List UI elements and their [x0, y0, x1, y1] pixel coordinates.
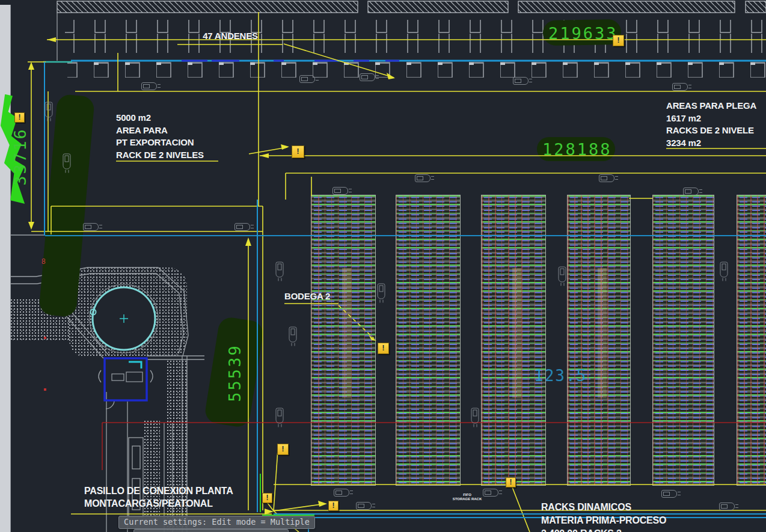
forklift-icon: [276, 408, 284, 424]
dim-text-219633: 219633: [548, 24, 618, 43]
warning-icon[interactable]: !: [14, 112, 25, 123]
forklift-icon: [415, 174, 430, 182]
warning-icon[interactable]: !: [292, 145, 304, 158]
forklift-icon: [234, 223, 250, 231]
command-prompt-tooltip: [133, 529, 289, 532]
command-status-tooltip: Current settings: Edit mode = Multiple: [118, 516, 315, 529]
dim-text-33716: 33716: [11, 118, 29, 196]
red-lines: [102, 423, 766, 470]
forklift-icon: [513, 77, 529, 85]
forklift-icon: [360, 73, 375, 81]
pasillo-label: PASILLO DE CONEXION PLANTA MONTACARGAS/P…: [84, 485, 233, 510]
warning-icon[interactable]: !: [277, 444, 289, 455]
pt-export-label: 5000 m2 AREA PARA PT EXPORTACION RACK DE…: [116, 112, 204, 161]
racks-dinamicos-label: RACKS DINAMICOS MATERIA PRIMA-PROCESO 2,…: [541, 501, 666, 532]
forklift-icon: [45, 102, 53, 118]
forklift-icon: [661, 490, 677, 498]
forklift-icon: [720, 262, 728, 278]
forklift-icon: [83, 223, 99, 231]
forklift-icon: [63, 154, 71, 170]
forklift-icon: [471, 408, 479, 424]
warning-icon[interactable]: !: [613, 35, 624, 46]
drawing-linework-over: [0, 0, 766, 532]
fifo-label: FIFO STORAGE RACK: [446, 493, 488, 501]
warning-icon[interactable]: !: [378, 343, 389, 354]
warning-icon[interactable]: !: [262, 493, 272, 503]
forklift-icon: [719, 503, 735, 510]
forklift-icon: [334, 489, 349, 497]
forklift-icon: [672, 83, 688, 91]
dim-text-55539: 55539: [225, 331, 244, 415]
forklift-icon: [559, 267, 566, 283]
forklift-icon: [299, 75, 315, 83]
dim-text-blue: 123.5: [534, 367, 587, 385]
yellow-dimension-lines: [28, 12, 766, 532]
forklift-icon: [378, 284, 385, 299]
forklift-icon: [683, 188, 699, 195]
andenes-label: 47 ANDENES: [177, 30, 283, 43]
plegado-label: AREAS PARA PLEGA 1617 m2 RACKS DE 2 NIVE…: [666, 100, 756, 149]
forklift-icon: [276, 262, 284, 278]
cad-model-space[interactable]: 47 ANDENES 219633 128188 33716 55539 123…: [0, 0, 766, 532]
warning-icon[interactable]: !: [328, 501, 339, 511]
forklift-icon: [599, 174, 614, 182]
forklift-icon: [332, 187, 348, 195]
grid-mark-label: 8: [41, 257, 46, 266]
dim-text-128188: 128188: [542, 140, 612, 159]
forklift-icon: [356, 502, 372, 510]
bodega-label: BODEGA 2: [284, 290, 330, 303]
forklift-icon: [141, 82, 157, 90]
forklift-icon: [289, 327, 297, 343]
dimension-arrows: [28, 37, 395, 515]
forklift-icon: [483, 489, 498, 497]
warning-icon[interactable]: !: [506, 477, 516, 488]
